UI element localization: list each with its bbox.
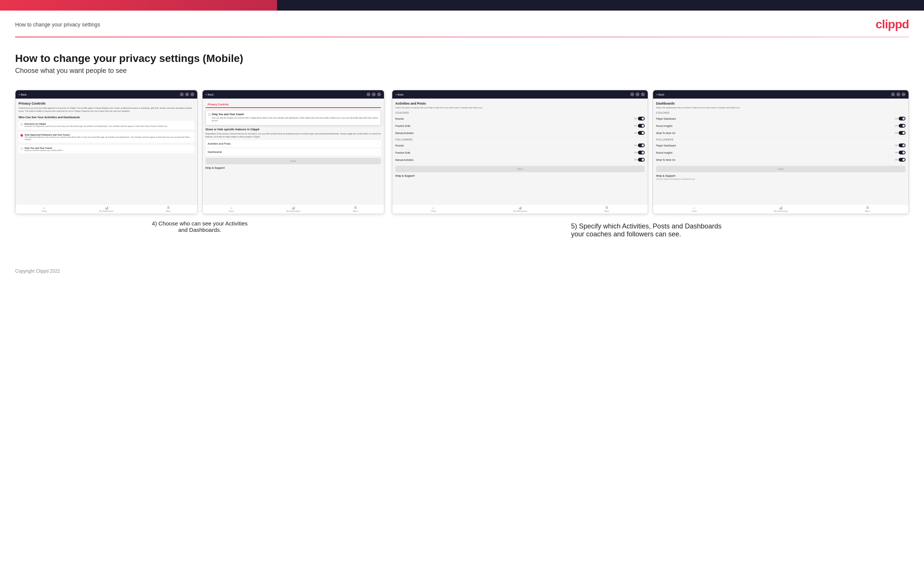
menu-icon-4 xyxy=(866,206,869,210)
toggle-row[interactable]: What To Work On ON xyxy=(656,129,906,137)
screen3-body: Activities and Posts Select the types of… xyxy=(392,98,648,204)
toggle-on-text: ON xyxy=(895,125,898,127)
nav-menu-2[interactable]: Menu xyxy=(353,206,358,212)
nav-performance-2[interactable]: My Performance xyxy=(286,206,300,212)
nav-home-2[interactable]: Home xyxy=(229,206,234,212)
radio-everyone[interactable]: Everyone on Clippd Everyone on Clippd ca… xyxy=(18,121,194,129)
toggle-control[interactable]: ON xyxy=(895,143,906,147)
toggle-switch[interactable] xyxy=(899,143,906,147)
toggle-switch[interactable] xyxy=(638,143,645,147)
toggle-label: Round Insights xyxy=(656,125,672,127)
nav-performance-4[interactable]: My Performance xyxy=(774,206,788,212)
toggle-switch[interactable] xyxy=(899,151,906,155)
screenshot-group-right: < Back Activities and Posts Select the t… xyxy=(392,90,909,238)
nav-home-label-1: Home xyxy=(42,210,47,212)
screen3-back[interactable]: < Back xyxy=(395,93,404,96)
radio-only-you[interactable]: Only You and Your Coach Only you and the… xyxy=(18,145,194,154)
toggle-switch[interactable] xyxy=(638,151,645,155)
radio-approved[interactable]: Only Approved Followers and Your Coach O… xyxy=(18,132,194,143)
toggle-control[interactable]: ON xyxy=(634,131,645,135)
screen3-desc: Select the types of activity that you'd … xyxy=(395,106,645,109)
toggle-control[interactable]: ON xyxy=(895,117,906,121)
popup-radio-dot xyxy=(208,113,211,116)
screen4-title: Dashboards xyxy=(656,102,906,105)
toggle-control[interactable]: ON xyxy=(895,158,906,162)
screen2: < Back Privacy Controls xyxy=(202,90,385,214)
toggle-on-text: ON xyxy=(634,144,637,147)
chart-icon-4 xyxy=(779,206,783,210)
screenshot-pair-left: < Back Privacy Controls Control how you … xyxy=(15,90,384,214)
toggle-control[interactable]: ON xyxy=(634,151,645,155)
toggle-on-text: ON xyxy=(895,144,898,147)
toggle-row[interactable]: Rounds ON xyxy=(395,115,645,122)
toggle-on-text: ON xyxy=(895,152,898,154)
toggle-control[interactable]: ON xyxy=(895,151,906,155)
toggle-control[interactable]: ON xyxy=(895,124,906,127)
dashboards-row[interactable]: Dashboards › xyxy=(205,148,381,156)
toggle-row[interactable]: Player Dashboard ON xyxy=(656,142,906,149)
toggle-row[interactable]: Round Insights ON xyxy=(656,122,906,129)
toggle-control[interactable]: ON xyxy=(634,117,645,121)
popup-desc: Only you and the coaches you connect wit… xyxy=(212,117,379,122)
section-coaches-3: COACHES xyxy=(395,111,645,114)
toggle-row[interactable]: Rounds ON xyxy=(395,142,645,149)
caption5: 5) Specify which Activities, Posts and D… xyxy=(571,222,730,238)
toggle-switch[interactable] xyxy=(899,131,906,135)
nav-menu-1[interactable]: Menu xyxy=(166,206,171,212)
toggle-row[interactable]: Practice Drills ON xyxy=(395,122,645,129)
screen2-back[interactable]: < Back xyxy=(205,93,214,96)
popup-text: Only You and Your Coach Only you and the… xyxy=(212,113,379,122)
activities-posts-row[interactable]: Activities and Posts › xyxy=(205,140,381,147)
nav-performance-3[interactable]: My Performance xyxy=(513,206,527,212)
copyright: Copyright Clippd 2022 xyxy=(0,261,924,281)
nav-home-1[interactable]: Home xyxy=(42,206,47,212)
toggle-control[interactable]: ON xyxy=(634,124,645,127)
nav-performance-1[interactable]: My Performance xyxy=(99,206,113,212)
toggle-switch[interactable] xyxy=(899,117,906,121)
screen3-nav-icons xyxy=(630,92,645,96)
toggle-label: Rounds xyxy=(395,144,404,147)
toggle-row[interactable]: Player Dashboard ON xyxy=(656,115,906,122)
toggle-switch[interactable] xyxy=(638,158,645,162)
toggle-row[interactable]: What To Work On ON xyxy=(656,156,906,163)
help-support-4: Help & Support xyxy=(656,174,906,177)
more-icon-2 xyxy=(377,92,381,96)
radio-everyone-text: Everyone on Clippd Everyone on Clippd ca… xyxy=(24,123,168,127)
radio-everyone-desc: Everyone on Clippd can search for you an… xyxy=(24,125,168,127)
screen4-body: Dashboards Select the dashboards that yo… xyxy=(653,98,908,204)
chart-icon-1 xyxy=(105,206,108,210)
screen3-coaches-list: Rounds ON Practice Drills ON Manual Acti… xyxy=(395,115,645,137)
screen4-nav: < Back xyxy=(653,90,908,98)
nav-home-3[interactable]: Home xyxy=(431,206,436,212)
toggle-label: Round Insights xyxy=(656,152,672,154)
toggle-switch[interactable] xyxy=(638,124,645,127)
people-icon-2 xyxy=(372,92,376,96)
toggle-control[interactable]: ON xyxy=(634,158,645,162)
toggle-switch[interactable] xyxy=(899,124,906,127)
nav-menu-3[interactable]: Menu xyxy=(604,206,609,212)
screen4-back[interactable]: < Back xyxy=(656,93,664,96)
toggle-label: Rounds xyxy=(395,118,404,120)
toggle-row[interactable]: Practice Drills ON xyxy=(395,149,645,156)
search-icon-4 xyxy=(891,92,895,96)
toggle-control[interactable]: ON xyxy=(634,143,645,147)
screen1-bottom-nav: Home My Performance Menu xyxy=(16,204,197,214)
screen1-back[interactable]: < Back xyxy=(18,93,27,96)
nav-menu-4[interactable]: Menu xyxy=(865,206,870,212)
toggle-label: What To Work On xyxy=(656,132,675,134)
nav-home-4[interactable]: Home xyxy=(691,206,696,212)
toggle-switch[interactable] xyxy=(899,158,906,162)
toggle-row[interactable]: Manual Activities ON xyxy=(395,156,645,163)
save-btn-4[interactable]: Save xyxy=(656,166,906,172)
toggle-row[interactable]: Round Insights ON xyxy=(656,149,906,156)
toggle-switch[interactable] xyxy=(638,131,645,135)
menu-icon-2 xyxy=(354,206,357,210)
toggle-control[interactable]: ON xyxy=(895,131,906,135)
save-btn-3[interactable]: Save xyxy=(395,166,645,172)
save-btn-2[interactable]: Save xyxy=(205,158,381,164)
breadcrumb: How to change your privacy settings xyxy=(15,21,100,27)
toggle-on-text: ON xyxy=(634,118,637,120)
toggle-row[interactable]: Manual Activities ON xyxy=(395,129,645,137)
tab-privacy-2[interactable]: Privacy Controls xyxy=(205,102,231,107)
toggle-switch[interactable] xyxy=(638,117,645,121)
